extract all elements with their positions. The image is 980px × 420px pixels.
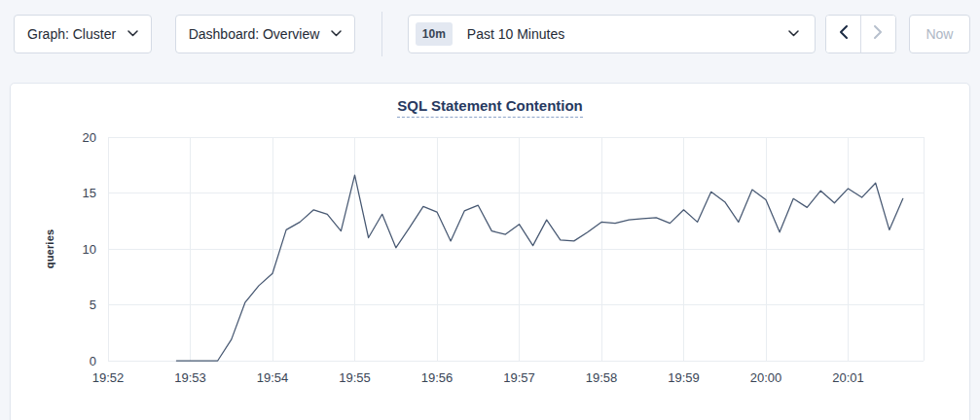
chart-panel: SQL Statement Contention 0510152019:5219… (10, 83, 970, 420)
svg-text:19:52: 19:52 (92, 370, 125, 385)
dashboard-dropdown[interactable]: Dashboard: Overview (175, 15, 355, 53)
chevron-right-icon (874, 25, 883, 42)
time-nav-group (825, 15, 896, 53)
time-range-badge: 10m (416, 22, 453, 46)
svg-text:19:54: 19:54 (257, 370, 289, 385)
chevron-left-icon (839, 25, 848, 42)
graph-dropdown[interactable]: Graph: Cluster (14, 15, 152, 53)
svg-text:19:56: 19:56 (421, 370, 454, 385)
time-range-picker[interactable]: 10m Past 10 Minutes (408, 15, 816, 53)
toolbar-divider (381, 12, 382, 56)
svg-text:15: 15 (83, 186, 96, 200)
svg-text:19:57: 19:57 (503, 370, 535, 385)
line-chart[interactable]: 0510152019:5219:5319:5419:5519:5619:5719… (11, 84, 969, 420)
dashboard-dropdown-label: Dashboard: Overview (189, 26, 320, 42)
chevron-down-icon (127, 30, 138, 37)
svg-text:20:01: 20:01 (832, 370, 864, 385)
svg-text:19:59: 19:59 (668, 370, 700, 385)
svg-text:19:53: 19:53 (174, 370, 206, 385)
svg-text:19:58: 19:58 (586, 370, 618, 385)
chart-title[interactable]: SQL Statement Contention (397, 97, 583, 118)
time-range-label: Past 10 Minutes (467, 26, 564, 42)
svg-text:20:00: 20:00 (750, 370, 782, 385)
svg-text:10: 10 (83, 242, 96, 257)
svg-text:0: 0 (90, 354, 96, 368)
svg-text:5: 5 (90, 298, 96, 312)
svg-text:20: 20 (83, 130, 96, 145)
chevron-down-icon (788, 30, 799, 37)
graph-dropdown-label: Graph: Cluster (27, 26, 116, 42)
chart-title-row: SQL Statement Contention (11, 84, 969, 118)
time-prev-button[interactable] (826, 16, 861, 52)
svg-text:19:55: 19:55 (339, 370, 371, 385)
toolbar: Graph: Cluster Dashboard: Overview 10m P… (0, 0, 980, 54)
now-button[interactable]: Now (909, 15, 970, 53)
svg-text:queries: queries (44, 229, 55, 269)
chevron-down-icon (331, 30, 342, 37)
time-next-button[interactable] (860, 16, 895, 52)
